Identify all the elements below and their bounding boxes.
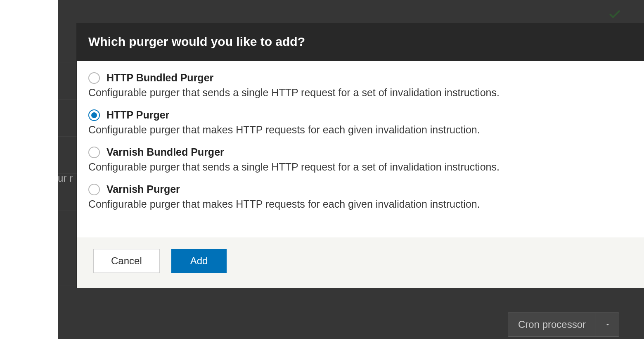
- option-description: Configurable purger that sends a single …: [88, 160, 632, 174]
- radio-varnish-bundled-purger[interactable]: [88, 147, 100, 158]
- cancel-button[interactable]: Cancel: [93, 249, 160, 273]
- radio-http-bundled-purger[interactable]: [88, 72, 100, 84]
- check-icon: [608, 7, 621, 25]
- radio-varnish-purger[interactable]: [88, 184, 100, 195]
- option-description: Configurable purger that makes HTTP requ…: [88, 123, 632, 137]
- dialog-title: Which purger would you like to add?: [88, 35, 632, 49]
- dialog-body: HTTP Bundled Purger Configurable purger …: [77, 61, 644, 237]
- caret-down-icon: [596, 313, 619, 336]
- option-label[interactable]: Varnish Purger: [107, 183, 180, 195]
- dialog-footer: Cancel Add: [77, 237, 644, 288]
- add-purger-dialog: Which purger would you like to add? HTTP…: [77, 23, 644, 288]
- background-truncated-text: ur r: [58, 173, 73, 184]
- processor-dropdown-label: Cron processor: [508, 313, 596, 336]
- purger-option: HTTP Bundled Purger Configurable purger …: [88, 72, 632, 100]
- option-description: Configurable purger that sends a single …: [88, 85, 632, 100]
- option-label[interactable]: HTTP Bundled Purger: [107, 72, 213, 84]
- dialog-header: Which purger would you like to add?: [77, 23, 644, 61]
- option-description: Configurable purger that makes HTTP requ…: [88, 197, 632, 211]
- purger-option: HTTP Purger Configurable purger that mak…: [88, 109, 632, 137]
- processor-dropdown[interactable]: Cron processor: [508, 313, 619, 337]
- option-label[interactable]: Varnish Bundled Purger: [107, 146, 224, 158]
- radio-http-purger[interactable]: [88, 109, 100, 121]
- purger-option: Varnish Bundled Purger Configurable purg…: [88, 146, 632, 174]
- purger-option: Varnish Purger Configurable purger that …: [88, 183, 632, 211]
- add-button[interactable]: Add: [171, 249, 227, 273]
- option-label[interactable]: HTTP Purger: [107, 109, 169, 121]
